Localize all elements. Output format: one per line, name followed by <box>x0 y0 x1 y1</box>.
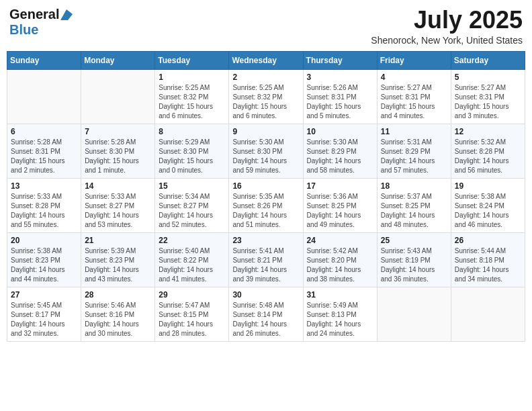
day-number: 17 <box>307 181 373 191</box>
day-number: 6 <box>11 127 77 136</box>
calendar-week-row: 27Sunrise: 5:45 AM Sunset: 8:17 PM Dayli… <box>7 287 525 341</box>
calendar-cell: 31Sunrise: 5:49 AM Sunset: 8:13 PM Dayli… <box>303 287 377 341</box>
day-info: Sunrise: 5:43 AM Sunset: 8:19 PM Dayligh… <box>381 246 447 284</box>
month-title: July 2025 <box>371 7 523 34</box>
logo-general-text: General <box>9 7 59 22</box>
day-number: 27 <box>11 290 77 300</box>
calendar-cell: 7Sunrise: 5:28 AM Sunset: 8:30 PM Daylig… <box>81 124 155 178</box>
day-info: Sunrise: 5:33 AM Sunset: 8:28 PM Dayligh… <box>11 192 77 230</box>
page-header: General Blue July 2025 Shenorock, New Yo… <box>7 7 525 46</box>
logo: General Blue <box>9 7 73 38</box>
day-number: 18 <box>381 181 447 191</box>
day-info: Sunrise: 5:40 AM Sunset: 8:22 PM Dayligh… <box>159 246 225 284</box>
calendar-cell: 25Sunrise: 5:43 AM Sunset: 8:19 PM Dayli… <box>377 232 451 287</box>
calendar-cell: 2Sunrise: 5:25 AM Sunset: 8:32 PM Daylig… <box>229 69 303 124</box>
calendar-cell: 1Sunrise: 5:25 AM Sunset: 8:32 PM Daylig… <box>155 69 229 124</box>
weekday-header: Saturday <box>451 51 525 69</box>
logo-general-row: General <box>9 7 73 22</box>
calendar-cell <box>377 287 451 341</box>
day-number: 2 <box>232 73 299 82</box>
day-info: Sunrise: 5:36 AM Sunset: 8:25 PM Dayligh… <box>307 192 373 230</box>
day-number: 5 <box>455 73 521 82</box>
calendar-cell: 20Sunrise: 5:38 AM Sunset: 8:23 PM Dayli… <box>7 232 81 287</box>
day-info: Sunrise: 5:28 AM Sunset: 8:30 PM Dayligh… <box>85 138 151 175</box>
calendar-cell: 27Sunrise: 5:45 AM Sunset: 8:17 PM Dayli… <box>7 287 81 341</box>
logo-blue-row: Blue <box>9 22 38 38</box>
location: Shenorock, New York, United States <box>371 35 523 46</box>
calendar-cell: 9Sunrise: 5:30 AM Sunset: 8:30 PM Daylig… <box>229 124 303 178</box>
day-number: 31 <box>307 290 373 300</box>
calendar-cell: 28Sunrise: 5:46 AM Sunset: 8:16 PM Dayli… <box>81 287 155 341</box>
calendar-cell: 4Sunrise: 5:27 AM Sunset: 8:31 PM Daylig… <box>377 69 451 124</box>
day-number: 11 <box>381 127 447 136</box>
day-info: Sunrise: 5:41 AM Sunset: 8:21 PM Dayligh… <box>232 246 299 284</box>
calendar-cell: 13Sunrise: 5:33 AM Sunset: 8:28 PM Dayli… <box>7 178 81 232</box>
calendar-cell <box>81 69 155 124</box>
calendar-cell: 8Sunrise: 5:29 AM Sunset: 8:30 PM Daylig… <box>155 124 229 178</box>
calendar-cell: 18Sunrise: 5:37 AM Sunset: 8:25 PM Dayli… <box>377 178 451 232</box>
calendar-cell: 11Sunrise: 5:31 AM Sunset: 8:29 PM Dayli… <box>377 124 451 178</box>
day-info: Sunrise: 5:45 AM Sunset: 8:17 PM Dayligh… <box>11 301 77 338</box>
calendar-cell: 10Sunrise: 5:30 AM Sunset: 8:29 PM Dayli… <box>303 124 377 178</box>
day-info: Sunrise: 5:48 AM Sunset: 8:14 PM Dayligh… <box>232 301 299 338</box>
day-info: Sunrise: 5:27 AM Sunset: 8:31 PM Dayligh… <box>455 83 521 121</box>
day-number: 28 <box>85 290 151 300</box>
calendar-cell: 16Sunrise: 5:35 AM Sunset: 8:26 PM Dayli… <box>229 178 303 232</box>
day-info: Sunrise: 5:32 AM Sunset: 8:28 PM Dayligh… <box>455 138 521 175</box>
day-info: Sunrise: 5:34 AM Sunset: 8:27 PM Dayligh… <box>159 192 225 230</box>
day-number: 19 <box>455 181 521 191</box>
day-number: 26 <box>455 236 521 245</box>
calendar-week-row: 6Sunrise: 5:28 AM Sunset: 8:31 PM Daylig… <box>7 124 525 178</box>
logo-icon <box>60 9 73 20</box>
day-number: 14 <box>85 181 151 191</box>
svg-marker-0 <box>60 9 73 20</box>
day-info: Sunrise: 5:30 AM Sunset: 8:29 PM Dayligh… <box>307 138 373 175</box>
calendar-cell: 5Sunrise: 5:27 AM Sunset: 8:31 PM Daylig… <box>451 69 525 124</box>
day-info: Sunrise: 5:33 AM Sunset: 8:27 PM Dayligh… <box>85 192 151 230</box>
weekday-header: Monday <box>81 51 155 69</box>
day-number: 3 <box>307 73 373 82</box>
day-info: Sunrise: 5:38 AM Sunset: 8:23 PM Dayligh… <box>11 246 77 284</box>
day-info: Sunrise: 5:35 AM Sunset: 8:26 PM Dayligh… <box>232 192 299 230</box>
calendar-cell: 24Sunrise: 5:42 AM Sunset: 8:20 PM Dayli… <box>303 232 377 287</box>
day-number: 20 <box>11 236 77 245</box>
calendar-week-row: 13Sunrise: 5:33 AM Sunset: 8:28 PM Dayli… <box>7 178 525 232</box>
calendar-cell: 17Sunrise: 5:36 AM Sunset: 8:25 PM Dayli… <box>303 178 377 232</box>
day-info: Sunrise: 5:42 AM Sunset: 8:20 PM Dayligh… <box>307 246 373 284</box>
day-info: Sunrise: 5:38 AM Sunset: 8:24 PM Dayligh… <box>455 192 521 230</box>
logo-blue-text: Blue <box>9 22 38 37</box>
day-number: 12 <box>455 127 521 136</box>
day-info: Sunrise: 5:27 AM Sunset: 8:31 PM Dayligh… <box>381 83 447 121</box>
day-info: Sunrise: 5:25 AM Sunset: 8:32 PM Dayligh… <box>232 83 299 121</box>
calendar-week-row: 1Sunrise: 5:25 AM Sunset: 8:32 PM Daylig… <box>7 69 525 124</box>
day-number: 9 <box>232 127 299 136</box>
day-number: 1 <box>159 73 225 82</box>
weekday-header: Wednesday <box>229 51 303 69</box>
calendar-header-row: SundayMondayTuesdayWednesdayThursdayFrid… <box>7 51 525 69</box>
calendar-cell: 6Sunrise: 5:28 AM Sunset: 8:31 PM Daylig… <box>7 124 81 178</box>
calendar-cell: 15Sunrise: 5:34 AM Sunset: 8:27 PM Dayli… <box>155 178 229 232</box>
calendar-cell: 19Sunrise: 5:38 AM Sunset: 8:24 PM Dayli… <box>451 178 525 232</box>
calendar-week-row: 20Sunrise: 5:38 AM Sunset: 8:23 PM Dayli… <box>7 232 525 287</box>
weekday-header: Thursday <box>303 51 377 69</box>
day-info: Sunrise: 5:26 AM Sunset: 8:31 PM Dayligh… <box>307 83 373 121</box>
weekday-header: Sunday <box>7 51 81 69</box>
weekday-header: Tuesday <box>155 51 229 69</box>
calendar-cell: 12Sunrise: 5:32 AM Sunset: 8:28 PM Dayli… <box>451 124 525 178</box>
calendar-cell: 29Sunrise: 5:47 AM Sunset: 8:15 PM Dayli… <box>155 287 229 341</box>
title-block: July 2025 Shenorock, New York, United St… <box>371 7 523 46</box>
day-info: Sunrise: 5:28 AM Sunset: 8:31 PM Dayligh… <box>11 138 77 175</box>
day-info: Sunrise: 5:47 AM Sunset: 8:15 PM Dayligh… <box>159 301 225 338</box>
day-number: 13 <box>11 181 77 191</box>
day-number: 4 <box>381 73 447 82</box>
day-info: Sunrise: 5:49 AM Sunset: 8:13 PM Dayligh… <box>307 301 373 338</box>
day-number: 7 <box>85 127 151 136</box>
day-info: Sunrise: 5:29 AM Sunset: 8:30 PM Dayligh… <box>159 138 225 175</box>
calendar-cell <box>451 287 525 341</box>
day-number: 10 <box>307 127 373 136</box>
day-info: Sunrise: 5:44 AM Sunset: 8:18 PM Dayligh… <box>455 246 521 284</box>
calendar-cell: 26Sunrise: 5:44 AM Sunset: 8:18 PM Dayli… <box>451 232 525 287</box>
calendar-cell: 22Sunrise: 5:40 AM Sunset: 8:22 PM Dayli… <box>155 232 229 287</box>
day-number: 24 <box>307 236 373 245</box>
calendar-cell: 23Sunrise: 5:41 AM Sunset: 8:21 PM Dayli… <box>229 232 303 287</box>
